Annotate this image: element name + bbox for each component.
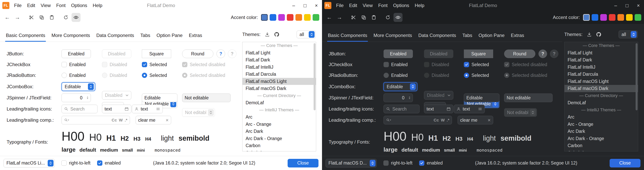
- menu-icon[interactable]: [478, 107, 482, 111]
- tab-more-components[interactable]: More Components: [371, 30, 414, 42]
- user-field[interactable]: [132, 105, 163, 113]
- clearable-field[interactable]: ×: [458, 116, 493, 124]
- theme-list-item[interactable]: Arc: [242, 113, 316, 121]
- menu-help[interactable]: Help: [90, 2, 105, 10]
- menu-font[interactable]: Font: [376, 2, 390, 10]
- search-field[interactable]: [62, 105, 98, 113]
- regex-button[interactable]: .*: [125, 118, 128, 122]
- github-button[interactable]: [272, 30, 281, 39]
- theme-list-item[interactable]: Cobalt 2: [564, 149, 638, 152]
- copy-button[interactable]: [37, 13, 46, 22]
- regex-button[interactable]: .*: [447, 118, 450, 122]
- editable-textfield[interactable]: [464, 93, 500, 102]
- square-button[interactable]: Square: [142, 50, 171, 58]
- checkbox-enabled[interactable]: Enabled: [384, 62, 408, 67]
- accent-swatch[interactable]: [618, 14, 624, 21]
- tab-option-pane[interactable]: Option Pane: [476, 30, 507, 42]
- theme-list-item[interactable]: Arc Dark: [242, 128, 316, 135]
- accent-swatch[interactable]: [296, 14, 302, 21]
- editable-textfield[interactable]: [142, 93, 178, 102]
- search-input[interactable]: [392, 106, 417, 112]
- theme-list-item[interactable]: Carbon: [242, 142, 316, 149]
- tab-extras[interactable]: Extras: [508, 30, 527, 42]
- scrollbar-thumb[interactable]: [636, 43, 638, 110]
- clearable-input[interactable]: [138, 118, 164, 123]
- maximize-button[interactable]: □: [621, 0, 633, 11]
- theme-list-item[interactable]: FlatLaf Light: [564, 49, 638, 57]
- editable-combobox[interactable]: [384, 82, 417, 91]
- combo-updown-icon[interactable]: [48, 160, 54, 166]
- checkbox-selected[interactable]: Selected: [142, 62, 167, 67]
- menu-options[interactable]: Options: [68, 2, 90, 10]
- themes-filter-combobox[interactable]: all: [296, 31, 316, 38]
- close-window-button[interactable]: ×: [311, 0, 322, 11]
- download-theme-button[interactable]: [263, 30, 272, 39]
- spinner-input[interactable]: [386, 95, 404, 101]
- show-hidden-toggle-button[interactable]: [394, 13, 402, 22]
- minimize-button[interactable]: –: [610, 0, 621, 11]
- accent-swatch[interactable]: [278, 14, 285, 21]
- tab-extras[interactable]: Extras: [186, 30, 205, 42]
- calendar-icon[interactable]: [446, 107, 451, 111]
- combo-updown-icon[interactable]: [410, 83, 416, 90]
- theme-list-item[interactable]: FlatLaf Darcula: [564, 71, 638, 78]
- match-case-button[interactable]: Cc: [434, 118, 439, 122]
- theme-list-item[interactable]: Arc Dark - Orange: [564, 135, 638, 142]
- user-field[interactable]: [454, 105, 485, 113]
- cut-button[interactable]: [349, 13, 358, 22]
- menu-view[interactable]: View: [360, 2, 376, 10]
- back-button[interactable]: ←: [3, 13, 12, 22]
- copy-button[interactable]: [359, 13, 368, 22]
- accent-swatch[interactable]: [600, 14, 607, 21]
- search-field[interactable]: [384, 105, 420, 113]
- enabled-checkbox[interactable]: enabled: [97, 160, 121, 166]
- right-to-left-checkbox[interactable]: right-to-left: [61, 160, 90, 166]
- menu-options[interactable]: Options: [390, 2, 412, 10]
- theme-list-item[interactable]: FlatLaf Darcula: [242, 71, 316, 78]
- date-input[interactable]: [104, 106, 122, 112]
- themes-filter-combobox[interactable]: all: [618, 31, 638, 38]
- themes-scrollbar[interactable]: [314, 43, 316, 151]
- combo-updown-icon[interactable]: [370, 160, 376, 166]
- radio-selected[interactable]: Selected: [142, 73, 167, 78]
- menu-file[interactable]: File: [333, 2, 346, 10]
- help-button[interactable]: ?: [538, 50, 547, 58]
- enabled-button[interactable]: Enabled: [62, 50, 91, 58]
- search-with-options-icon[interactable]: [64, 118, 70, 122]
- tab-tabs[interactable]: Tabs: [460, 30, 475, 42]
- date-input[interactable]: [426, 106, 444, 112]
- themes-scrollbar[interactable]: [636, 43, 638, 151]
- tab-basic-components[interactable]: Basic Components: [325, 30, 370, 42]
- spinner-arrows-icon[interactable]: [86, 96, 89, 100]
- combobox-input[interactable]: [65, 84, 86, 89]
- theme-list-item[interactable]: FlatLaf macOS Dark: [242, 85, 316, 92]
- tab-option-pane[interactable]: Option Pane: [154, 30, 185, 42]
- enabled-button[interactable]: Enabled: [384, 50, 413, 58]
- tab-more-components[interactable]: More Components: [49, 30, 92, 42]
- back-button[interactable]: ←: [325, 13, 334, 22]
- date-field[interactable]: [424, 105, 453, 113]
- match-case-button[interactable]: Cc: [112, 118, 117, 122]
- show-hidden-toggle-button[interactable]: [72, 13, 80, 22]
- radio-enabled[interactable]: Enabled: [62, 73, 86, 78]
- close-window-button[interactable]: ×: [633, 0, 644, 11]
- square-button[interactable]: Square: [464, 50, 493, 58]
- accent-swatch[interactable]: [583, 14, 590, 21]
- tab-basic-components[interactable]: Basic Components: [3, 30, 48, 42]
- accent-swatch[interactable]: [634, 14, 641, 21]
- round-button[interactable]: Round: [182, 50, 213, 58]
- theme-combobox[interactable]: FlatLaf macOS D...: [326, 159, 377, 167]
- cut-button[interactable]: [27, 13, 36, 22]
- search-options-input[interactable]: [394, 118, 432, 123]
- spinner[interactable]: [384, 93, 413, 102]
- theme-list-item[interactable]: Arc: [564, 113, 638, 121]
- menu-help[interactable]: Help: [412, 2, 427, 10]
- tab-data-components[interactable]: Data Components: [94, 30, 137, 42]
- menu-view[interactable]: View: [38, 2, 54, 10]
- clearable-field[interactable]: ×: [136, 116, 171, 124]
- accent-swatch[interactable]: [312, 14, 319, 21]
- theme-list-item[interactable]: DemoLaf: [242, 99, 316, 106]
- menu-edit[interactable]: Edit: [346, 2, 360, 10]
- accent-swatch[interactable]: [592, 14, 598, 21]
- theme-list-item[interactable]: FlatLaf Dark: [564, 56, 638, 64]
